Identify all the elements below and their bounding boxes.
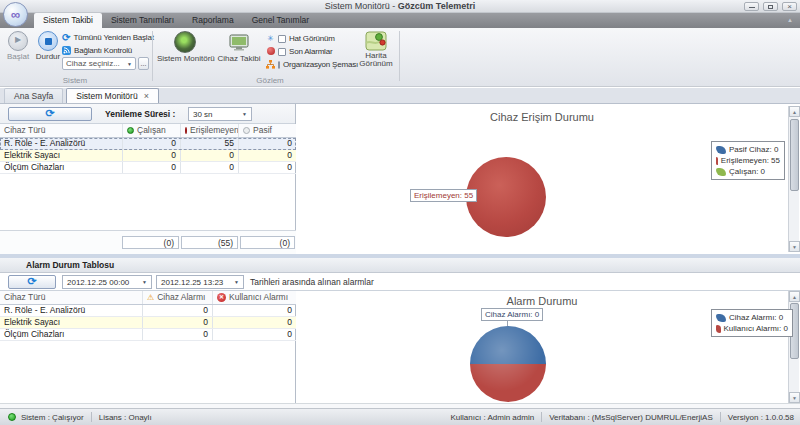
scroll-up-icon[interactable]: ▲ — [789, 106, 800, 117]
column-cihaz-turu[interactable]: Cihaz Türü — [0, 291, 142, 304]
tab-close-icon[interactable]: × — [144, 91, 149, 101]
close-button[interactable]: × — [782, 2, 797, 11]
organizasyon-semasi-option[interactable]: Organizasyon Şeması — [266, 58, 358, 71]
ribbon-tab-sistem-tanimlari[interactable]: Sistem Tanımları — [102, 13, 183, 28]
pie-callout: Cihaz Alarmı: 0 — [481, 308, 543, 321]
harita-gorunum-button[interactable]: Harita Görünüm — [356, 30, 396, 68]
connection-check-button[interactable]: Bağlantı Kontrolü — [62, 44, 152, 57]
stop-icon — [38, 31, 58, 51]
chevron-down-icon: ▼ — [242, 111, 247, 117]
table-row[interactable]: R. Röle - E. Analizörü 0 55 0 — [0, 138, 296, 150]
restore-button[interactable] — [763, 2, 778, 11]
chart-legend: Cihaz Alarmı: 0 Kullanıcı Alarmı: 0 — [711, 309, 793, 337]
minimize-button[interactable] — [744, 2, 759, 11]
sistem-monitoru-button[interactable]: Sistem Monitörü — [157, 30, 213, 63]
son-alarmlar-option[interactable]: Son Alarmlar — [266, 45, 358, 58]
chart-title: Cihaz Erişim Durumu — [297, 111, 787, 123]
status-separator — [541, 412, 542, 422]
legend-item: Çalışan: 0 — [716, 167, 780, 176]
legend-swatch-red — [716, 157, 718, 165]
cihaz-takibi-button[interactable]: Cihaz Takibi — [215, 30, 263, 63]
device-track-icon — [228, 31, 250, 53]
doc-tab-sistem-monitoru[interactable]: Sistem Monitörü× — [66, 88, 159, 103]
son-alarmlar-checkbox[interactable] — [278, 48, 286, 56]
group-label-gozlem: Gözlem — [225, 76, 315, 85]
ribbon-tab-genel-tanimlar[interactable]: Genel Tanımlar — [243, 13, 318, 28]
refresh-button[interactable]: ⟳ — [8, 107, 92, 121]
legend-item: Cihaz Alarmı: 0 — [716, 313, 788, 322]
window-title: Sistem Monitörü - Gözcüm Telemetri — [325, 1, 475, 11]
title-bar: Sistem Monitörü - Gözcüm Telemetri — [0, 0, 800, 13]
chart-scrollbar[interactable]: ▲ ▼ — [788, 106, 799, 252]
chart-title: Alarm Durumu — [297, 295, 787, 307]
table-row[interactable]: Elektrik Sayacı 0 0 — [0, 317, 296, 329]
legend-item: Kullanıcı Alarmı: 0 — [716, 324, 788, 333]
ribbon-collapse-icon[interactable]: ▲ — [784, 16, 796, 25]
refresh-interval-label: Yenileme Süresi : — [105, 109, 175, 119]
connection-icon — [62, 46, 71, 55]
alarm-grid-header: Cihaz Türü ⚠Cihaz Alarmı ✕Kullanıcı Alar… — [0, 291, 296, 305]
ribbon: Başlat Durdur ⟳ Tümünü Yeniden Başlat Ba… — [0, 28, 800, 87]
restart-all-button[interactable]: ⟳ Tümünü Yeniden Başlat — [62, 31, 152, 44]
ribbon-tab-raporlama[interactable]: Raporlama — [183, 13, 243, 28]
user-alarm-icon: ✕ — [217, 293, 226, 302]
alarm-section-title: Alarm Durum Tablosu — [0, 258, 800, 273]
alarm-toolbar: ⟳ 2012.12.25 00:00 ▼ 2012.12.25 13:23 ▼ … — [0, 273, 800, 291]
table-row[interactable]: Ölçüm Cihazları 0 0 0 — [0, 162, 296, 174]
warning-icon: ⚠ — [147, 294, 154, 302]
ribbon-tab-sistem-takibi[interactable]: Sistem Takibi — [34, 13, 102, 28]
app-logo-icon[interactable]: ∞ — [3, 2, 28, 27]
refresh-interval-combo[interactable]: 30 sn ▼ — [188, 107, 252, 121]
chart-scrollbar[interactable]: ▲ ▼ — [788, 291, 799, 403]
column-erisilemeyen[interactable]: Erişilemeyen — [180, 124, 238, 137]
total-erisilemeyen: (55) — [181, 236, 238, 249]
alarm-chart-panel: Alarm Durumu Cihaz Alarmı: 0 Cihaz Alarm… — [297, 291, 800, 403]
status-version: Versiyon : 1.0.0.58 — [728, 413, 794, 422]
restore-icon — [768, 5, 773, 9]
scroll-up-icon[interactable]: ▲ — [789, 291, 800, 302]
legend-item: Erişilemeyen: 55 — [716, 156, 780, 165]
refresh-icon: ⟳ — [27, 275, 36, 287]
chevron-down-icon: ▼ — [142, 279, 147, 285]
scroll-down-icon[interactable]: ▼ — [789, 392, 800, 403]
device-select-combo[interactable]: Cihaz seçiniz... ▼ — [62, 57, 136, 70]
status-separator — [720, 412, 721, 422]
durdur-button[interactable]: Durdur — [33, 30, 63, 61]
scroll-thumb[interactable] — [790, 119, 799, 191]
table-row[interactable]: Ölçüm Cihazları 0 0 — [0, 329, 296, 341]
organizasyon-semasi-checkbox[interactable] — [278, 61, 280, 69]
baslat-button[interactable]: Başlat — [3, 30, 33, 61]
alarm-refresh-button[interactable]: ⟳ — [8, 275, 56, 289]
device-browse-button[interactable]: ... — [138, 57, 149, 70]
table-row[interactable]: Elektrik Sayacı 0 0 0 — [0, 150, 296, 162]
doc-tab-ana-sayfa[interactable]: Ana Sayfa — [4, 88, 63, 103]
passive-dot-icon — [243, 127, 250, 134]
date-range-hint: Tarihleri arasında alınan alarmlar — [250, 277, 374, 287]
alarm-section: Alarm Durum Tablosu ⟳ 2012.12.25 00:00 ▼… — [0, 258, 800, 403]
column-calisan[interactable]: Çalışan — [122, 124, 180, 137]
pie-callout: Erişilemeyen: 55 — [410, 189, 477, 202]
column-pasif[interactable]: Pasif — [238, 124, 296, 137]
column-cihaz-alarmi[interactable]: ⚠Cihaz Alarmı — [142, 291, 212, 304]
scroll-down-icon[interactable]: ▼ — [789, 241, 800, 252]
date-to-combo[interactable]: 2012.12.25 13:23 ▼ — [156, 275, 244, 289]
date-from-combo[interactable]: 2012.12.25 00:00 ▼ — [62, 275, 152, 289]
play-icon — [8, 31, 28, 51]
total-pasif: (0) — [240, 236, 295, 249]
column-kullanici-alarmi[interactable]: ✕Kullanıcı Alarmı — [212, 291, 296, 304]
table-row[interactable]: R. Röle - E. Analizörü 0 0 — [0, 305, 296, 317]
legend-swatch-blue — [716, 314, 726, 322]
legend-swatch-green — [716, 168, 726, 176]
document-tab-bar: Ana Sayfa Sistem Monitörü× — [0, 88, 800, 104]
group-separator — [152, 31, 153, 81]
legend-item: Pasif Cihaz: 0 — [716, 145, 780, 154]
column-cihaz-turu[interactable]: Cihaz Türü — [0, 124, 122, 137]
status-separator — [91, 412, 92, 422]
pie-alarm-durumu[interactable] — [470, 326, 546, 402]
pie-erisilemeyen[interactable] — [466, 157, 546, 237]
hat-gorunum-option[interactable]: ✳ Hat Görünüm — [266, 32, 358, 45]
system-running-dot-icon — [8, 413, 16, 421]
close-icon: × — [783, 1, 796, 12]
status-database: Veritabanı : (MsSqlServer) DUMRUL/Enerji… — [549, 413, 713, 422]
hat-gorunum-checkbox[interactable] — [278, 35, 286, 43]
